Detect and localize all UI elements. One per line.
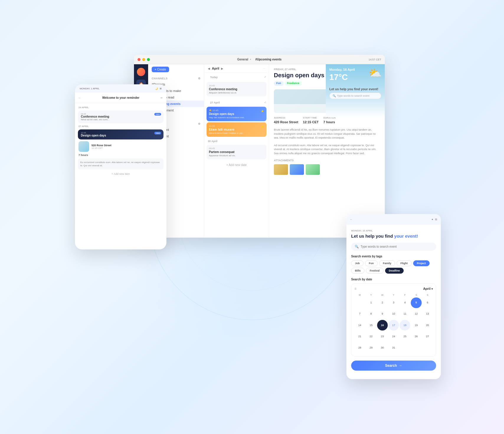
date-section-label: Search by date — [351, 278, 436, 281]
mobile-note: Eu occurreret constituto eum. Alia labor… — [78, 158, 163, 170]
tag-deadline[interactable]: Deadline — [385, 268, 404, 274]
more-options[interactable]: ··· — [263, 67, 265, 70]
calendar-menu-icon[interactable]: ≡ — [354, 287, 356, 291]
window-tab-upcoming[interactable]: #Upcoming events — [255, 58, 282, 61]
mobile-edit[interactable]: ✏ — [161, 96, 163, 99]
theme-toggle[interactable]: 🌙 — [155, 87, 158, 90]
duration-info: DURATION 7 hours — [323, 116, 336, 124]
create-button[interactable]: + Create — [152, 67, 169, 72]
event-card-partem[interactable]: 09:45 Partem consequat Apparear tincidun… — [207, 145, 266, 159]
mobile-event-design[interactable]: new 10:45 Design open days — [78, 129, 163, 139]
cal-day-9[interactable]: 9 — [377, 309, 388, 319]
cal-day-14[interactable]: 14 — [354, 320, 365, 331]
cal-day-19[interactable]: 19 — [411, 320, 421, 331]
search-button[interactable]: Search → — [351, 361, 436, 371]
tag-job[interactable]: Job — [351, 260, 364, 266]
maximize-button[interactable] — [147, 58, 150, 61]
cal-day-13[interactable]: 13 — [422, 309, 433, 319]
attachments-row — [269, 163, 385, 176]
cal-day-6[interactable]: 6 — [422, 297, 433, 308]
detail-body-2: Ad occurret constituto eum. Alia labore … — [269, 142, 385, 158]
cal-day-12[interactable]: 12 — [411, 309, 421, 319]
expand-icon[interactable]: ⊞ — [160, 87, 162, 90]
cal-day-22[interactable]: 22 — [366, 331, 376, 342]
window-titlebar: General ▾ #Upcoming events 14:57 CET — [134, 55, 385, 64]
cal-day-31[interactable]: 31 — [388, 343, 399, 353]
close-button[interactable] — [138, 58, 140, 61]
search-panel-icons: ● ⊞ — [432, 218, 437, 221]
current-month: April — [212, 67, 219, 70]
cal-day-26[interactable]: 26 — [411, 331, 421, 342]
cal-day-29[interactable]: 29 — [366, 343, 376, 353]
minimize-button[interactable] — [142, 58, 145, 61]
cal-day-17-range[interactable]: 17 — [388, 320, 399, 331]
mobile-address-sub: 12:15 CET — [91, 147, 112, 149]
mobile-back-arrow[interactable]: ← — [78, 96, 81, 99]
mobile-address-thumb — [78, 141, 89, 152]
calendar-grid: M T W T F S S 1 2 3 4 5 6 7 — [354, 293, 433, 353]
attachment-3[interactable] — [306, 164, 320, 175]
prev-month-arrow[interactable]: ◀ — [208, 67, 210, 70]
weather-search-input[interactable]: 🔍 Type words to search event — [329, 93, 381, 99]
cal-day-23[interactable]: 23 — [377, 331, 388, 342]
mobile-add-item[interactable]: + Add new item — [78, 170, 163, 178]
mobile-event-conference[interactable]: new 09:45 Conference meeting Nihal ad te… — [78, 111, 163, 123]
cal-day-5-today[interactable]: 5 — [411, 297, 421, 308]
star-icon: ★ — [261, 109, 264, 113]
window-tab-general[interactable]: General — [237, 58, 248, 61]
search-panel-header: ← ● ⊞ — [346, 214, 441, 225]
event-card-conference[interactable]: 10:45 Conference meeting Aliquam definit… — [207, 82, 266, 96]
next-month-arrow[interactable]: ▶ — [221, 67, 223, 70]
theme-icon[interactable]: ● — [432, 218, 433, 221]
tag-fun[interactable]: Fun — [365, 260, 378, 266]
cal-day-25[interactable]: 25 — [400, 331, 410, 342]
mobile-app: MONDAY, 1 APRIL 🌙 ⊞ ← Welcome to your re… — [75, 84, 166, 249]
detail-body-1: Brute laoreet efficiendi id his, ea illu… — [269, 127, 385, 142]
search-input[interactable] — [361, 245, 433, 248]
tag-family[interactable]: Family — [379, 260, 395, 266]
cal-day-11[interactable]: 11 — [400, 309, 410, 319]
cal-day-2[interactable]: 2 — [377, 297, 388, 308]
calendar-month: April ▾ — [423, 287, 433, 290]
cal-day-28[interactable]: 28 — [354, 343, 365, 353]
tag-flight[interactable]: Flight — [397, 260, 412, 266]
tag-fun[interactable]: Fun — [274, 81, 284, 86]
cal-day-27[interactable]: 27 — [422, 331, 433, 342]
tag-bills[interactable]: Bills — [351, 268, 364, 274]
cal-day-16-highlighted[interactable]: 16 — [377, 320, 388, 331]
add-new-date[interactable]: + Add new date — [204, 160, 269, 170]
search-input-wrap[interactable]: 🔍 — [351, 243, 436, 251]
mobile-address-row: 520 Rose Street 12:15 CET — [78, 141, 163, 152]
search-panel-back[interactable]: ← — [350, 218, 353, 221]
tag-festival[interactable]: Festival — [366, 268, 384, 274]
cal-day-3[interactable]: 3 — [388, 297, 399, 308]
tag-project[interactable]: Project — [413, 260, 430, 266]
cal-day-4[interactable]: 4 — [400, 297, 410, 308]
cal-day-21[interactable]: 21 — [354, 331, 365, 342]
cal-day-30[interactable]: 30 — [377, 343, 388, 353]
cal-day-8[interactable]: 8 — [366, 309, 376, 319]
cal-day-1[interactable]: 1 — [366, 297, 376, 308]
tag-freelance[interactable]: Freelance — [285, 81, 302, 86]
cal-day-10[interactable]: 10 — [388, 309, 399, 319]
check-icon-2: ✓ — [264, 101, 266, 104]
event-desc-2: Hay fati suavem accomodare mei. — [209, 116, 245, 119]
cal-day-24[interactable]: 24 — [388, 331, 399, 342]
star-icon-2: ★ — [261, 125, 264, 129]
mobile-event-title-2: Design open days — [81, 134, 161, 137]
attachment-2[interactable] — [290, 164, 304, 175]
cal-day-7[interactable]: 7 — [354, 309, 365, 319]
grid-icon[interactable]: ⊞ — [435, 218, 437, 221]
april30-label: 30 April — [204, 138, 269, 144]
cal-day-18-range[interactable]: 18 — [400, 320, 410, 331]
avatar[interactable] — [137, 68, 145, 76]
cal-day-15[interactable]: 15 — [366, 320, 376, 331]
start-time-info: START TIME 12:15 CET — [303, 116, 319, 124]
event-card-etiam[interactable]: 31:33 Etiam falli munere Havent accumsan… — [207, 122, 266, 137]
mobile-event-time: 09:45 — [81, 113, 161, 115]
event-card-design[interactable]: 🔔 10:45 Design open days Hay fati suavem… — [207, 107, 266, 121]
cal-day-20[interactable]: 20 — [422, 320, 433, 331]
mobile-nav: ← Welcome to your reminder ✏ — [75, 93, 166, 103]
attachments-label: ATTACHMENTS — [269, 158, 385, 163]
attachment-1[interactable] — [274, 164, 288, 175]
